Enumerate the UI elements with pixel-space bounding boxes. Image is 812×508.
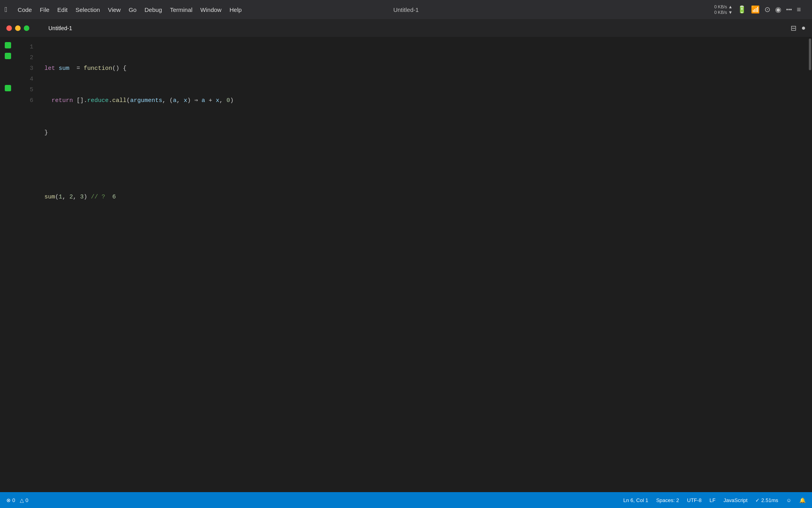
line-number-6: 6 xyxy=(16,95,36,106)
publish-dot-icon: ● xyxy=(801,24,806,32)
wifi-icon: 📶 xyxy=(751,5,760,14)
menu-help[interactable]: Help xyxy=(226,5,246,15)
minimize-button[interactable] xyxy=(15,25,21,31)
menu-terminal[interactable]: Terminal xyxy=(166,5,197,15)
maximize-button[interactable] xyxy=(24,25,29,31)
smiley-icon[interactable]: ☺ xyxy=(786,497,791,503)
line-number-5: 5 xyxy=(16,85,36,95)
menu-code[interactable]: Code xyxy=(14,5,36,15)
menu-bar:  Code File Edit Selection View Go Debug… xyxy=(0,0,812,19)
line-numbers: 1 2 3 4 5 6 xyxy=(16,37,40,261)
debug-gutter xyxy=(0,37,16,261)
notification-bell-icon[interactable]: 🔔 xyxy=(799,497,806,503)
menu-debug[interactable]: Debug xyxy=(140,5,166,15)
more-icon: ••• xyxy=(786,6,792,13)
window-title: Untitled-1 xyxy=(393,6,419,13)
error-icon: ⊗ xyxy=(6,497,11,503)
menu-file[interactable]: File xyxy=(36,5,53,15)
line-number-4: 4 xyxy=(16,74,36,85)
code-line-1: let sum = function() { xyxy=(44,63,812,74)
status-bar-left: ⊗ 0 △ 0 xyxy=(6,497,28,503)
network-stats: 0 KB/s ▲0 KB/s ▼ xyxy=(714,4,732,15)
indentation[interactable]: Spaces: 2 xyxy=(656,497,679,503)
close-button[interactable] xyxy=(6,25,12,31)
code-content[interactable]: let sum = function() { return [].reduce.… xyxy=(40,37,812,261)
status-bar-right: Ln 6, Col 1 Spaces: 2 UTF-8 LF JavaScrip… xyxy=(623,497,806,503)
code-line-3: } xyxy=(44,127,812,138)
breakpoint-line2[interactable] xyxy=(5,53,11,59)
encoding[interactable]: UTF-8 xyxy=(687,497,702,503)
timing: ✓ 2.51ms xyxy=(755,497,778,503)
breakpoint-line1[interactable] xyxy=(5,42,11,48)
titlebar-right: 0 KB/s ▲0 KB/s ▼ 🔋 📶 ⊙ ◉ ••• ≡ xyxy=(714,4,807,15)
editor-empty-space[interactable] xyxy=(0,261,812,508)
editor-header: Untitled-1 ⊟ ● xyxy=(0,19,812,37)
code-line-2: return [].reduce.call(arguments, (a, x) … xyxy=(44,95,812,106)
warning-count: 0 xyxy=(25,497,28,503)
battery-icon: 🔋 xyxy=(737,5,746,14)
menu-edit[interactable]: Edit xyxy=(54,5,72,15)
scrollbar-thumb[interactable] xyxy=(809,38,811,70)
menu-selection[interactable]: Selection xyxy=(71,5,104,15)
clock-icon: ⊙ xyxy=(764,5,770,14)
control-icon: ◉ xyxy=(775,5,781,14)
menu-view[interactable]: View xyxy=(104,5,124,15)
menu-window[interactable]: Window xyxy=(196,5,225,15)
line-number-1: 1 xyxy=(16,42,36,52)
traffic-lights xyxy=(6,25,29,31)
cursor-position[interactable]: Ln 6, Col 1 xyxy=(623,497,648,503)
code-line-5: sum(1, 2, 3) // ? 6 xyxy=(44,192,812,202)
warning-icon: △ xyxy=(20,497,24,503)
scrollbar[interactable] xyxy=(808,37,812,261)
status-bar: ⊗ 0 △ 0 Ln 6, Col 1 Spaces: 2 UTF-8 LF J… xyxy=(0,492,812,508)
language-mode[interactable]: JavaScript xyxy=(724,497,748,503)
menu-go[interactable]: Go xyxy=(124,5,140,15)
split-editor-icon[interactable]: ⊟ xyxy=(791,24,797,33)
apple-icon[interactable]:  xyxy=(5,6,8,14)
list-icon: ≡ xyxy=(797,6,801,14)
line-number-2: 2 xyxy=(16,52,36,63)
code-line-6 xyxy=(44,224,812,235)
line-number-3: 3 xyxy=(16,63,36,74)
error-count: 0 xyxy=(12,497,15,503)
breakpoint-line5[interactable] xyxy=(5,85,11,91)
header-right: ⊟ ● xyxy=(791,24,806,33)
code-editor[interactable]: 1 2 3 4 5 6 let sum = function() { retur… xyxy=(0,37,812,261)
code-line-4 xyxy=(44,160,812,170)
line-ending[interactable]: LF xyxy=(710,497,716,503)
active-tab[interactable]: Untitled-1 xyxy=(44,25,77,31)
errors-indicator[interactable]: ⊗ 0 △ 0 xyxy=(6,497,28,503)
